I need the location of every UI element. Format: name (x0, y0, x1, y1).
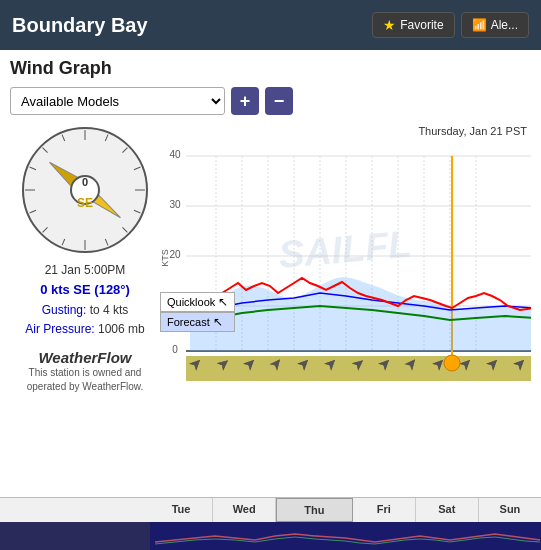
day-sun: Sun (479, 498, 541, 522)
alerts-label: Ale... (491, 18, 518, 32)
zoom-in-button[interactable]: + (231, 87, 259, 115)
app-header: Boundary Bay ★ Favorite 📶 Ale... (0, 0, 541, 50)
day-fri: Fri (353, 498, 416, 522)
gust-label: Gusting: (42, 303, 87, 317)
forecast-label: Forecast (167, 316, 210, 328)
svg-text:KTS: KTS (160, 249, 170, 267)
day-sat: Sat (416, 498, 479, 522)
svg-text:0: 0 (172, 344, 178, 355)
day-wed: Wed (213, 498, 276, 522)
main-content: Wind Graph Available Models + − (0, 50, 541, 402)
section-title: Wind Graph (10, 58, 531, 79)
mini-chart (0, 522, 541, 550)
day-tue: Tue (150, 498, 213, 522)
quicklook-button[interactable]: Quicklook ↖ (160, 292, 235, 312)
header-actions: ★ Favorite 📶 Ale... (372, 12, 529, 38)
cursor-icon: ↖ (218, 295, 228, 309)
model-selector[interactable]: Available Models (10, 87, 225, 115)
wifi-icon: 📶 (472, 18, 487, 32)
svg-text:40: 40 (169, 149, 181, 160)
weatherflow-brand: WeatherFlow This station is owned and op… (10, 349, 160, 394)
chart-area: Thursday, Jan 21 PST 40 30 20 10 0 KTS (160, 125, 531, 394)
station-title: Boundary Bay (12, 14, 148, 37)
svg-rect-74 (0, 522, 150, 550)
weatherflow-name: WeatherFlow (10, 349, 160, 366)
forecast-arrow-icon: ↖ (213, 315, 223, 329)
mini-chart-svg (0, 522, 541, 550)
day-labels-row: Tue Wed Thu Fri Sat Sun (0, 497, 541, 522)
main-area: 0 SE 21 Jan 5:00PM 0 kts SE (128°) Gusti… (10, 125, 531, 394)
station-info: 21 Jan 5:00PM 0 kts SE (128°) Gusting: t… (25, 261, 144, 339)
pressure-val: 1006 mb (98, 322, 145, 336)
model-row: Available Models + − (10, 87, 531, 115)
alerts-button[interactable]: 📶 Ale... (461, 12, 529, 38)
chart-controls: Quicklook ↖ Forecast ↖ (160, 292, 235, 332)
gust-val: to 4 kts (90, 303, 129, 317)
pressure-label: Air Pressure: (25, 322, 94, 336)
info-pressure: Air Pressure: 1006 mb (25, 320, 144, 339)
compass-svg: 0 SE (20, 125, 150, 255)
chart-date-label: Thursday, Jan 21 PST (160, 125, 531, 137)
star-icon: ★ (383, 17, 396, 33)
svg-text:30: 30 (169, 199, 181, 210)
day-labels: Tue Wed Thu Fri Sat Sun (150, 498, 541, 522)
quicklook-label: Quicklook (167, 296, 215, 308)
info-wind: 0 kts SE (128°) (25, 280, 144, 301)
svg-text:0: 0 (82, 176, 88, 188)
forecast-button[interactable]: Forecast ↖ (160, 312, 235, 332)
left-panel: 0 SE 21 Jan 5:00PM 0 kts SE (128°) Gusti… (10, 125, 160, 394)
zoom-out-button[interactable]: − (265, 87, 293, 115)
weatherflow-desc: This station is owned and operated by We… (10, 366, 160, 394)
wind-chart: 40 30 20 10 0 KTS 7a 8a 9a 10a 11a (160, 138, 531, 393)
svg-point-73 (444, 355, 460, 371)
svg-text:20: 20 (169, 249, 181, 260)
favorite-button[interactable]: ★ Favorite (372, 12, 454, 38)
favorite-label: Favorite (400, 18, 443, 32)
info-gust: Gusting: to 4 kts (25, 301, 144, 320)
svg-text:SE: SE (77, 196, 93, 210)
compass-container: 0 SE (20, 125, 150, 255)
day-thu[interactable]: Thu (276, 498, 353, 522)
info-date: 21 Jan 5:00PM (25, 261, 144, 280)
